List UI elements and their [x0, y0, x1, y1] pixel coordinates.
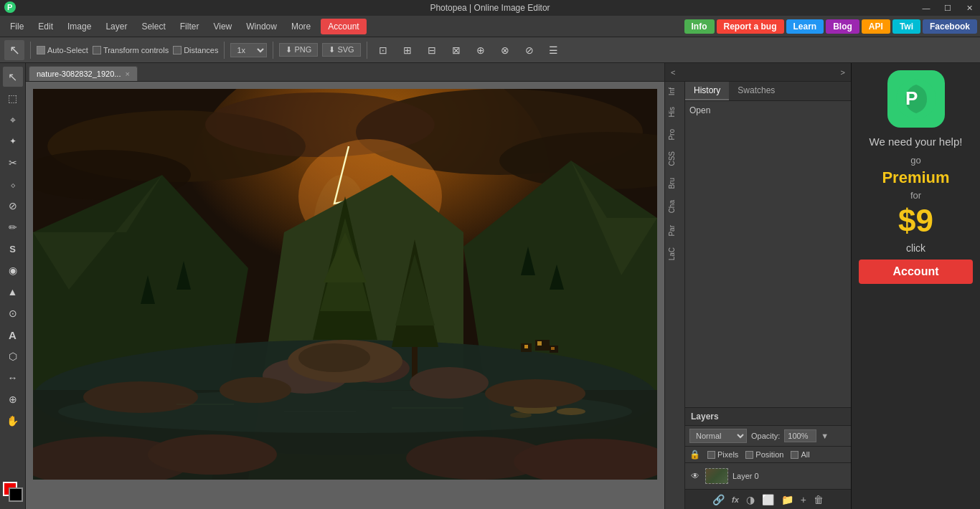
- align-distribute-icon[interactable]: ⊕: [471, 40, 491, 60]
- side-tab-par[interactable]: Par: [665, 219, 684, 242]
- layer-row[interactable]: 👁 Layer 0: [685, 466, 851, 486]
- blog-button[interactable]: Blog: [826, 19, 859, 34]
- transform-controls-item[interactable]: Transform controls: [93, 46, 169, 54]
- hand-tool[interactable]: ✋: [3, 411, 23, 431]
- api-button[interactable]: API: [862, 19, 890, 34]
- align-top-icon[interactable]: ⊠: [446, 40, 466, 60]
- minimize-button[interactable]: —: [915, 0, 937, 16]
- close-button[interactable]: ✕: [958, 0, 980, 16]
- align-center-icon[interactable]: ⊞: [397, 40, 418, 60]
- background-color[interactable]: [9, 487, 23, 502]
- stamp-tool[interactable]: S: [3, 239, 23, 259]
- distances-item[interactable]: Distances: [173, 46, 218, 54]
- menu-file[interactable]: File: [3, 19, 31, 34]
- link-icon[interactable]: 🔗: [712, 494, 725, 505]
- eraser-tool[interactable]: ◉: [3, 260, 23, 280]
- menu-layer[interactable]: Layer: [98, 19, 134, 34]
- opacity-label: Opacity:: [751, 432, 780, 440]
- twi-button[interactable]: Twi: [892, 19, 920, 34]
- opacity-input[interactable]: [784, 429, 816, 442]
- side-tab-his[interactable]: His: [665, 101, 684, 123]
- swatches-tab[interactable]: Swatches: [729, 82, 783, 100]
- side-tab-pro[interactable]: Pro: [665, 123, 684, 146]
- all-check-item[interactable]: All: [791, 450, 809, 459]
- canvas-wrapper[interactable]: [26, 82, 664, 509]
- document-tab[interactable]: nature-3082832_1920... ×: [29, 66, 138, 81]
- marquee-tool[interactable]: ⬚: [3, 88, 23, 108]
- side-tab-inf[interactable]: Inf: [665, 82, 684, 101]
- panel-collapse-right[interactable]: >: [838, 67, 848, 78]
- menu-account[interactable]: Account: [321, 19, 366, 34]
- magic-wand-tool[interactable]: ✦: [3, 131, 23, 151]
- eyedropper-tool[interactable]: ⬦: [3, 174, 23, 194]
- tab-close-button[interactable]: ×: [125, 70, 129, 78]
- zoom-select[interactable]: 1x 2x 0.5x: [230, 43, 267, 57]
- side-tab-lac[interactable]: LaC: [665, 242, 684, 266]
- ad-logo: P: [887, 70, 945, 128]
- auto-select-checkbox[interactable]: [37, 46, 45, 54]
- folder-icon[interactable]: 📁: [781, 494, 793, 505]
- align-bottom-icon[interactable]: ⊗: [495, 40, 515, 60]
- zoom-tool[interactable]: ⊕: [3, 389, 23, 409]
- bug-button[interactable]: Report a bug: [717, 19, 784, 34]
- toolbar-divider-4: [367, 42, 367, 59]
- auto-select-item[interactable]: Auto-Select: [37, 46, 88, 54]
- info-button[interactable]: Info: [684, 19, 715, 34]
- transform-checkbox[interactable]: [93, 46, 101, 54]
- mask-icon[interactable]: ⬜: [762, 494, 774, 505]
- menu-select[interactable]: Select: [134, 19, 172, 34]
- all-checkbox[interactable]: [791, 451, 798, 459]
- transform-label: Transform controls: [103, 46, 169, 54]
- history-tab[interactable]: History: [685, 82, 729, 100]
- layer-thumbnail: [705, 468, 728, 484]
- menu-image[interactable]: Image: [60, 19, 98, 34]
- menu-edit[interactable]: Edit: [31, 19, 60, 34]
- distances-checkbox[interactable]: [173, 46, 182, 54]
- healing-tool[interactable]: ⊘: [3, 196, 23, 216]
- lasso-tool[interactable]: ⌖: [3, 110, 23, 130]
- selection-tool[interactable]: ↖: [3, 67, 23, 87]
- png-download-button[interactable]: ⬇ PNG: [279, 43, 318, 57]
- color-swatch[interactable]: [3, 482, 23, 502]
- pixels-check-item[interactable]: Pixels: [707, 450, 738, 459]
- position-checkbox[interactable]: [745, 451, 753, 459]
- gradient-tool[interactable]: ▲: [3, 282, 23, 302]
- blend-mode-select[interactable]: Normal: [689, 429, 747, 443]
- shape-tool[interactable]: ⬡: [3, 346, 23, 366]
- side-tab-css[interactable]: CSS: [665, 146, 684, 172]
- opacity-dropdown-icon[interactable]: ▼: [821, 432, 829, 440]
- brush-tool[interactable]: ✏: [3, 217, 23, 237]
- position-check-item[interactable]: Position: [745, 450, 783, 459]
- blur-tool[interactable]: ⊙: [3, 303, 23, 323]
- fx-icon[interactable]: fx: [732, 495, 739, 504]
- menu-view[interactable]: View: [206, 19, 239, 34]
- layer-visibility-toggle[interactable]: 👁: [689, 470, 701, 482]
- arrange-icon[interactable]: ⊘: [519, 40, 540, 60]
- pixels-checkbox[interactable]: [707, 451, 715, 459]
- align-right-icon[interactable]: ⊟: [422, 40, 442, 60]
- align-left-icon[interactable]: ⊡: [373, 40, 393, 60]
- distribute-icon[interactable]: ☰: [544, 40, 564, 60]
- adjust-icon[interactable]: ◑: [746, 494, 755, 505]
- side-tab-cha[interactable]: Cha: [665, 194, 684, 219]
- delete-layer-icon[interactable]: 🗑: [814, 494, 824, 505]
- menu-window[interactable]: Window: [239, 19, 284, 34]
- window-controls: — ☐ ✕: [915, 0, 980, 16]
- text-tool[interactable]: A: [3, 325, 23, 345]
- learn-button[interactable]: Learn: [786, 19, 824, 34]
- new-layer-icon[interactable]: +: [801, 494, 806, 505]
- move-tool-active[interactable]: ↖: [4, 40, 24, 60]
- panel-collapse-left[interactable]: <: [668, 67, 678, 78]
- side-tab-bru[interactable]: Bru: [665, 172, 684, 195]
- ad-account-button[interactable]: Account: [859, 260, 973, 284]
- crop-tool[interactable]: ✂: [3, 153, 23, 173]
- menu-more[interactable]: More: [284, 19, 318, 34]
- svg-text:P: P: [7, 3, 12, 11]
- svg-point-36: [410, 367, 489, 399]
- menu-filter[interactable]: Filter: [173, 19, 207, 34]
- maximize-button[interactable]: ☐: [937, 0, 958, 16]
- history-content: Open: [685, 101, 851, 407]
- svg-download-button[interactable]: ⬇ SVG: [322, 43, 360, 57]
- facebook-button[interactable]: Facebook: [923, 19, 977, 34]
- path-tool[interactable]: ↔: [3, 368, 23, 388]
